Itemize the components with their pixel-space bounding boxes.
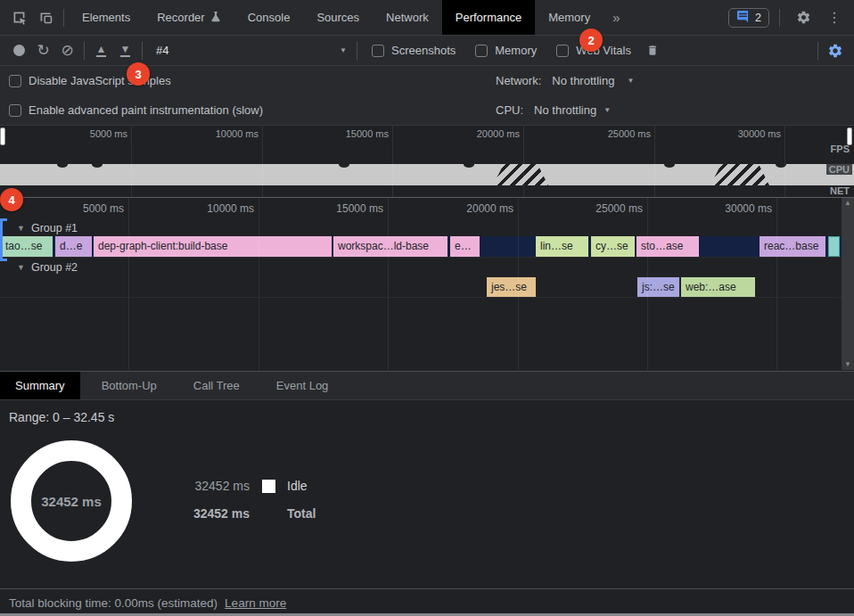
grid-line [259,198,259,370]
network-throttling-control: Network: No throttling ▼ [496,74,634,87]
issues-count: 2 [755,12,761,24]
tab-call-tree[interactable]: Call Tree [178,372,255,399]
flame-bar[interactable]: lin…se [536,236,588,257]
flame-bar[interactable]: tao…se [1,236,53,257]
divider [84,42,85,60]
range-text: Range: 0 – 32.45 s [9,410,114,424]
overview-left-drag-handle[interactable] [0,127,5,145]
flame-bar[interactable]: e… [450,236,480,257]
delete-recording-button[interactable] [641,39,665,62]
group-name: Group #2 [31,261,78,274]
cpu-throttling-select[interactable]: No throttling ▼ [534,103,611,117]
grid-line [388,198,389,370]
reload-and-record-button[interactable]: ↻ [31,39,55,62]
tab-network[interactable]: Network [373,0,442,35]
capture-settings-row-2: Enable advanced paint instrumentation (s… [0,95,854,125]
tab-sources[interactable]: Sources [303,0,373,35]
tab-performance[interactable]: Performance [442,0,535,35]
flame-bar[interactable]: d…e [55,236,92,257]
checkbox-memory[interactable]: Memory [475,44,537,57]
inspect-element-icon[interactable] [5,5,32,30]
details-tab-bar: Summary Bottom-Up Call Tree Event Log [0,371,854,400]
timeline-overview[interactable]: FPS CPU NET 5000 ms10000 ms15000 ms20000… [0,125,854,198]
tick-label: 20000 ms [452,128,520,139]
grid-hline [0,297,842,298]
tick-label: 20000 ms [442,202,513,215]
cpu-unattributed-hatch [493,164,548,185]
flame-chart[interactable]: ▼ Group #1 tao…sed…edep-graph-client:bui… [0,198,854,370]
tab-label: Memory [548,11,590,24]
tab-recorder[interactable]: Recorder [144,0,234,35]
group-name: Group #1 [31,222,78,234]
load-profile-button[interactable]: ▲ [89,39,113,62]
grid-line [131,126,132,197]
flame-bar[interactable]: js:…se [637,277,679,297]
donut-legend: 32452 ms Idle 32452 ms Total [183,478,316,522]
legend-label: Total [287,506,316,521]
cpu-value: No throttling [534,103,596,117]
record-dot-icon [13,45,25,56]
overview-right-drag-handle[interactable] [847,127,852,145]
idle-swatch [262,480,275,493]
grid-line [647,198,648,370]
learn-more-link[interactable]: Learn more [225,596,286,610]
more-tabs-button[interactable]: » [604,10,628,25]
session-label: #4 [156,44,168,57]
flame-bar[interactable]: reac…base [760,236,825,257]
status-footer: Total blocking time: 0.00ms (estimated) … [0,588,854,616]
checkbox-label: Memory [495,44,537,57]
tab-summary[interactable]: Summary [0,372,80,399]
tab-label: Network [386,11,429,24]
grid-line [128,198,129,370]
network-throttling-select[interactable]: No throttling ▼ [552,74,634,87]
menu-dots-icon[interactable]: ⋮ [822,9,847,26]
grid-line [784,126,785,197]
tab-elements[interactable]: Elements [69,0,144,35]
tab-console[interactable]: Console [234,0,304,35]
tick-label: 5000 ms [60,128,127,139]
flame-bar[interactable]: web:…ase [681,277,755,297]
triangle-down-icon: ▼ [17,263,25,272]
legend-label: Idle [287,479,308,493]
flame-bar[interactable]: cy…se [591,236,635,257]
group-2-track: jes…sejs:…seweb:…ase [0,277,842,297]
save-profile-button[interactable]: ▼ [113,39,137,62]
tab-bottom-up[interactable]: Bottom-Up [86,372,172,399]
checkbox-label: Screenshots [391,44,456,57]
tab-bar-right-controls: 2 ⋮ [728,5,854,30]
cpu-band-notch [664,161,675,168]
flame-bar[interactable] [828,236,840,257]
issues-counter[interactable]: 2 [728,8,769,28]
group-1-track: tao…sed…edep-graph-client:build-basework… [0,236,842,257]
tick-label: 10000 ms [183,202,254,215]
tab-label: Console [248,11,291,24]
chevron-down-icon: ▼ [604,106,611,114]
group-2-header[interactable]: ▼ Group #2 [0,259,78,276]
flame-bar[interactable]: workspac…ld-base [333,236,448,257]
checkbox-screenshots[interactable]: Screenshots [372,44,456,57]
tab-event-log[interactable]: Event Log [261,372,344,399]
chevron-down-icon: ▼ [340,46,347,54]
grid-line [392,126,393,197]
vertical-scrollbar[interactable]: ▲ ▼ [842,198,854,370]
group-1-header[interactable]: ▼ Group #1 [0,219,78,237]
checkbox-box [9,75,21,87]
flame-bar[interactable]: jes…se [487,277,536,297]
capture-settings-gear-icon[interactable] [823,39,847,62]
record-button[interactable] [7,39,31,62]
scroll-up-icon[interactable]: ▲ [844,198,851,209]
recording-session-select[interactable]: #4 ▼ [156,44,347,57]
download-icon: ▼ [120,44,131,57]
checkbox-advanced-paint[interactable]: Enable advanced paint instrumentation (s… [9,103,263,117]
settings-gear-icon[interactable] [790,5,817,30]
flame-bar[interactable]: sto…ase [636,236,699,257]
scroll-down-icon[interactable]: ▼ [844,359,851,370]
tick-label: 10000 ms [191,128,259,139]
clear-recording-button[interactable]: ⊘ [55,39,79,62]
divider [142,42,143,60]
device-toolbar-icon[interactable] [32,5,59,30]
total-blocking-time-text: Total blocking time: 0.00ms (estimated) [9,596,218,610]
flame-bar[interactable]: dep-graph-client:build-base [94,236,332,257]
tick-label: 5000 ms [53,202,124,215]
cpu-band-notch [339,161,349,168]
